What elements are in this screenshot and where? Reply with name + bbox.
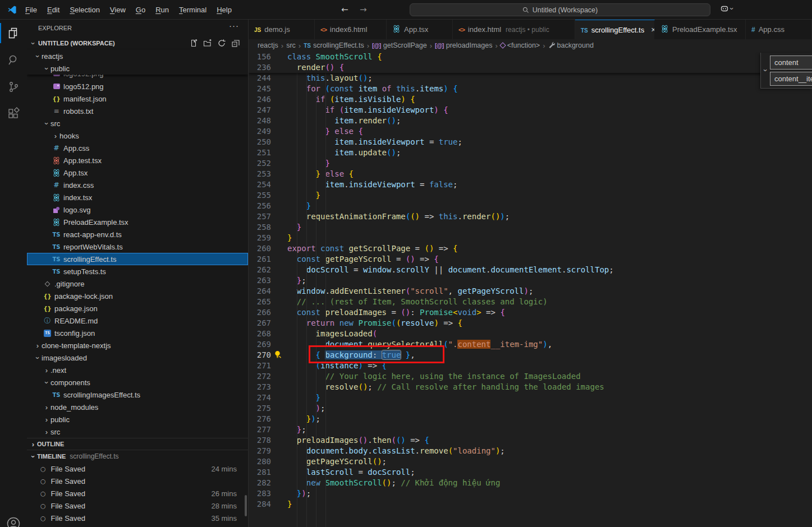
code-line-253[interactable]: 253 } else { [249, 169, 812, 179]
code-line-266[interactable]: 266 const preloadImages = (): Promise<vo… [249, 307, 812, 318]
tree-folder-reactjs[interactable]: ›reactjs [27, 50, 248, 62]
tree-file-manifest.json[interactable]: {}manifest.json [27, 93, 248, 105]
tree-file-PreloadExample.tsx[interactable]: PreloadExample.tsx [27, 216, 248, 228]
refresh-icon[interactable] [217, 39, 226, 48]
tree-file-README.md[interactable]: ⓘREADME.md [27, 315, 248, 327]
code-line-274[interactable]: 274 } [249, 392, 812, 403]
tree-file-scrollingEffect.ts[interactable]: TSscrollingEffect.ts [27, 253, 248, 265]
timeline-entry[interactable]: ○File Saved26 mins [27, 487, 248, 500]
new-file-icon[interactable] [189, 39, 198, 48]
tree-folder-public[interactable]: ›public [27, 413, 248, 426]
tree-file-react-app-env.d.ts[interactable]: TSreact-app-env.d.ts [27, 228, 248, 241]
tree-folder-imagesloaded[interactable]: ›imagesloaded [27, 352, 248, 364]
menu-terminal[interactable]: Terminal [174, 0, 212, 20]
outline-section[interactable]: › OUTLINE [27, 438, 248, 450]
sidebar-scrollbar[interactable] [245, 495, 247, 516]
tree-folder-clone-template-nextjs[interactable]: ›clone-template-nextjs [27, 339, 248, 352]
tree-file-logo512.png[interactable]: logo512.png [27, 80, 248, 93]
tree-folder-node_modules[interactable]: ›node_modules [27, 401, 248, 413]
code-line-273[interactable]: 273 resolve(); // Call resolve after han… [249, 382, 812, 392]
breadcrumb-item[interactable]: reactjs [258, 41, 278, 49]
tree-file-robots.txt[interactable]: ≡robots.txt [27, 105, 248, 117]
replace-input[interactable]: content__ite [770, 72, 812, 86]
more-actions-icon[interactable]: ··· [229, 21, 239, 30]
tree-folder-src[interactable]: ›src [27, 117, 248, 130]
tree-file-App.css[interactable]: #App.css [27, 142, 248, 154]
code-line-275[interactable]: 275 ); [249, 403, 812, 414]
code-line-281[interactable]: 281 lastScroll = docScroll; [249, 467, 812, 478]
breadcrumb-item[interactable]: [@]getScrollPage [372, 41, 427, 49]
code-line-264[interactable]: 264 window.addEventListener("scroll", ge… [249, 286, 812, 297]
tree-folder-public[interactable]: ›public [27, 62, 248, 75]
menu-edit[interactable]: Edit [42, 0, 65, 20]
code-line-257[interactable]: 257 requestAnimationFrame(() => this.ren… [249, 211, 812, 222]
toggle-replace-icon[interactable]: › [761, 66, 770, 75]
tree-file-App.test.tsx[interactable]: App.test.tsx [27, 154, 248, 167]
code-line-259[interactable]: 259} [249, 233, 812, 243]
breadcrumb-item[interactable]: background [548, 41, 594, 50]
copilot-icon[interactable]: › [720, 4, 733, 13]
code-line-258[interactable]: 258 } [249, 222, 812, 233]
menu-go[interactable]: Go [131, 0, 150, 20]
tree-file-package.json[interactable]: {}package.json [27, 302, 248, 315]
code-line-276[interactable]: 276 }); [249, 414, 812, 424]
code-line-268[interactable]: 268 imagesLoaded( [249, 329, 812, 339]
workspace-header[interactable]: › UNTITLED (WORKSPACE) [27, 36, 248, 50]
tab-App.tsx[interactable]: App.tsx [387, 20, 453, 39]
timeline-entry[interactable]: ○File Saved35 mins [27, 512, 248, 524]
code-line-252[interactable]: 252 } [249, 158, 812, 169]
code-line-255[interactable]: 255 } [249, 190, 812, 201]
code-line-277[interactable]: 277 }; [249, 424, 812, 435]
code-line-249[interactable]: 249 } else { [249, 126, 812, 137]
tree-folder-.next[interactable]: ›.next [27, 364, 248, 376]
code-line-245[interactable]: 245 for (const item of this.items) { [249, 84, 812, 94]
breadcrumb-item[interactable]: src [286, 41, 296, 49]
timeline-section[interactable]: › TIMELINE scrollingEffect.ts [27, 450, 248, 463]
menu-selection[interactable]: Selection [65, 0, 104, 20]
breadcrumb-item[interactable]: [@]preloadImages [435, 41, 492, 49]
code-line-265[interactable]: 265 // ... (rest of Item, SmoothScroll c… [249, 297, 812, 307]
breadcrumb[interactable]: reactjs›src›TSscrollingEffect.ts›[@]getS… [249, 39, 812, 52]
menu-help[interactable]: Help [212, 0, 237, 20]
tree-file-index.css[interactable]: #index.css [27, 179, 248, 191]
code-line-260[interactable]: 260export const getScrollPage = () => { [249, 243, 812, 254]
new-folder-icon[interactable] [203, 39, 212, 48]
code-line-280[interactable]: 280 getPageYScroll(); [249, 456, 812, 467]
timeline-entry[interactable]: ○File Saved28 mins [27, 500, 248, 512]
code-line-284[interactable]: 284} [249, 499, 812, 510]
lightbulb-icon[interactable] [273, 350, 282, 361]
code-line-262[interactable]: 262 docScroll = window.scrollY || docume… [249, 265, 812, 275]
tab-scrollingEffect.ts[interactable]: TSscrollingEffect.ts× [575, 20, 655, 39]
code-line-279[interactable]: 279 document.body.classList.remove("load… [249, 446, 812, 456]
code-line-248[interactable]: 248 item.render(); [249, 115, 812, 126]
tab-index.html[interactable]: <>index.htmlreactjs • public [453, 20, 575, 39]
code-line-156[interactable]: 156class SmoothScroll { [249, 52, 812, 62]
code-line-282[interactable]: 282 new SmoothScroll(); // Khởi động hiệ… [249, 478, 812, 488]
activity-explorer-icon[interactable] [0, 20, 27, 47]
code-line-250[interactable]: 250 item.insideViewport = true; [249, 137, 812, 147]
code-line-263[interactable]: 263 }; [249, 275, 812, 286]
tree-file-logo192.png[interactable]: logo192.png [27, 75, 248, 80]
menu-view[interactable]: View [105, 0, 131, 20]
code-line-254[interactable]: 254 item.insideViewport = false; [249, 179, 812, 190]
tree-file-scrollingImagesEffect.ts[interactable]: TSscrollingImagesEffect.ts [27, 389, 248, 401]
code-line-267[interactable]: 267 return new Promise((resolve) => { [249, 318, 812, 329]
timeline-entry[interactable]: ○File Saved [27, 475, 248, 487]
code-line-256[interactable]: 256 } [249, 201, 812, 211]
tree-file-index.tsx[interactable]: index.tsx [27, 191, 248, 204]
tree-file-.gitignore[interactable]: .gitignore [27, 278, 248, 290]
menu-run[interactable]: Run [150, 0, 174, 20]
tree-file-setupTests.ts[interactable]: TSsetupTests.ts [27, 265, 248, 278]
tree-file-package-lock.json[interactable]: {}package-lock.json [27, 290, 248, 302]
code-line-251[interactable]: 251 item.update(); [249, 147, 812, 158]
tab-App.css[interactable]: #App.css [746, 20, 812, 39]
tree-file-logo.svg[interactable]: logo.svg [27, 204, 248, 216]
tab-demo.js[interactable]: JSdemo.js [249, 20, 315, 39]
tree-folder-hooks[interactable]: ›hooks [27, 130, 248, 142]
code-line-261[interactable]: 261 const getPageYScroll = () => { [249, 254, 812, 265]
menu-file[interactable]: File [20, 0, 42, 20]
activity-search-icon[interactable] [0, 47, 27, 73]
code-line-236[interactable]: 236 render() { [249, 62, 812, 73]
code-editor[interactable]: 156class SmoothScroll {236 render() { 24… [249, 52, 812, 527]
tree-file-App.tsx[interactable]: App.tsx [27, 167, 248, 179]
